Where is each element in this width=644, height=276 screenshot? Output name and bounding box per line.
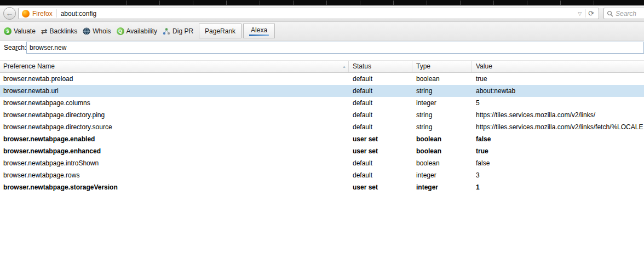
addon-valuate[interactable]: $ Valuate xyxy=(2,25,39,38)
prefs-rows: browser.newtab.preloaddefaultbooleantrue… xyxy=(0,73,644,193)
valuate-icon: $ xyxy=(4,27,12,35)
addon-backlinks[interactable]: ⇄ Backlinks xyxy=(39,25,81,38)
firefox-icon xyxy=(22,10,30,18)
cell-type: string xyxy=(412,109,472,121)
cell-name: browser.newtabpage.introShown xyxy=(0,157,349,169)
cell-name: browser.newtab.url xyxy=(0,85,349,97)
table-row[interactable]: browser.newtabpage.columnsdefaultinteger… xyxy=(0,97,644,109)
cell-type: boolean xyxy=(412,145,472,157)
cell-type: string xyxy=(412,85,472,97)
search-icon xyxy=(607,10,613,17)
identity-label: Firefox xyxy=(32,10,53,18)
cell-value: 3 xyxy=(472,169,644,181)
table-row[interactable]: browser.newtabpage.introShowndefaultbool… xyxy=(0,157,644,169)
cell-name: browser.newtabpage.storageVersion xyxy=(0,181,349,193)
table-row[interactable]: browser.newtab.urldefaultstringabout:new… xyxy=(0,85,644,97)
addon-dig-pr[interactable]: Dig PR xyxy=(161,25,197,38)
table-row[interactable]: browser.newtabpage.enhanceduser setboole… xyxy=(0,145,644,157)
addon-label: Valuate xyxy=(14,27,36,35)
addon-availability[interactable]: Q Availability xyxy=(115,25,161,38)
cell-status: default xyxy=(349,169,412,181)
column-header-label: Preference Name xyxy=(3,62,55,70)
addon-label: Availability xyxy=(127,27,157,35)
cell-value: 1 xyxy=(472,181,644,193)
column-header-label: Status xyxy=(353,62,371,70)
addon-label: Whois xyxy=(93,27,111,35)
urlbar-dropdown-icon[interactable]: ▽ xyxy=(574,11,585,16)
cell-name: browser.newtabpage.rows xyxy=(0,169,349,181)
cell-type: integer xyxy=(412,181,472,193)
cell-name: browser.newtabpage.enhanced xyxy=(0,145,349,157)
table-row[interactable]: browser.newtabpage.storageVersionuser se… xyxy=(0,181,644,193)
cell-status: default xyxy=(349,109,412,121)
column-header-status[interactable]: Status xyxy=(349,61,412,72)
cell-status: default xyxy=(349,157,412,169)
url-text: about:config xyxy=(61,10,96,18)
backlinks-icon: ⇄ xyxy=(41,27,48,35)
identity-separator xyxy=(56,9,57,18)
dig-pr-icon xyxy=(163,27,170,35)
back-arrow-icon: ← xyxy=(6,9,14,18)
cell-status: user set xyxy=(349,145,412,157)
firefox-window: ← Firefox about:config ▽ ⟳ Search $ Valu… xyxy=(0,0,644,276)
addon-pagerank[interactable]: PageRank xyxy=(199,24,242,38)
cell-status: default xyxy=(349,121,412,133)
table-row[interactable]: browser.newtabpage.directory.sourcedefau… xyxy=(0,121,644,133)
tab-separators xyxy=(126,1,613,5)
table-row[interactable]: browser.newtab.preloaddefaultbooleantrue xyxy=(0,73,644,85)
cell-type: boolean xyxy=(412,73,472,85)
cell-status: default xyxy=(349,85,412,97)
table-row[interactable]: browser.newtabpage.enableduser setboolea… xyxy=(0,133,644,145)
prefs-table-header: Preference Name ▲ Status Type Value xyxy=(0,60,644,73)
globe-icon xyxy=(83,27,90,35)
alexa-underline xyxy=(249,34,269,36)
addon-alexa[interactable]: Alexa xyxy=(243,24,275,38)
cell-name: browser.newtabpage.directory.source xyxy=(0,121,349,133)
cell-value: false xyxy=(472,157,644,169)
table-row[interactable]: browser.newtabpage.rowsdefaultinteger3 xyxy=(0,169,644,181)
availability-icon: Q xyxy=(117,27,124,35)
addon-label: Dig PR xyxy=(173,27,193,35)
browser-search-box[interactable]: Search xyxy=(603,8,644,19)
filter-label: Search: xyxy=(4,44,26,51)
sort-ascending-icon: ▲ xyxy=(342,61,346,72)
addon-whois[interactable]: Whois xyxy=(81,25,114,38)
addon-label: Backlinks xyxy=(50,27,78,35)
cell-type: integer xyxy=(412,97,472,109)
cell-name: browser.newtabpage.directory.ping xyxy=(0,109,349,121)
navigation-toolbar: ← Firefox about:config ▽ ⟳ Search xyxy=(0,5,644,22)
reload-icon[interactable]: ⟳ xyxy=(585,9,599,18)
search-placeholder: Search xyxy=(616,10,636,18)
back-button[interactable]: ← xyxy=(3,7,16,20)
cell-value: true xyxy=(472,73,644,85)
config-filter-row: Search: xyxy=(0,41,644,56)
cell-value: https://tiles.services.mozilla.com/v2/li… xyxy=(472,121,644,133)
addons-toolbar: $ Valuate ⇄ Backlinks Whois Q Availabili… xyxy=(0,22,644,41)
column-header-preference-name[interactable]: Preference Name ▲ xyxy=(0,61,349,72)
addon-label: Alexa xyxy=(251,26,267,34)
config-search-input[interactable] xyxy=(26,42,644,54)
addon-label: PageRank xyxy=(205,27,235,35)
cell-status: default xyxy=(349,97,412,109)
cell-value: true xyxy=(472,145,644,157)
cell-value: 5 xyxy=(472,97,644,109)
table-row[interactable]: browser.newtabpage.directory.pingdefault… xyxy=(0,109,644,121)
cell-type: boolean xyxy=(412,133,472,145)
cell-value: about:newtab xyxy=(472,85,644,97)
cell-status: user set xyxy=(349,181,412,193)
filter-label-part: ch: xyxy=(18,44,26,51)
cell-name: browser.newtabpage.enabled xyxy=(0,133,349,145)
tab-strip[interactable] xyxy=(0,0,644,5)
cell-status: user set xyxy=(349,133,412,145)
column-header-label: Value xyxy=(476,62,492,70)
cell-type: string xyxy=(412,121,472,133)
column-header-type[interactable]: Type xyxy=(412,61,472,72)
column-header-value[interactable]: Value xyxy=(472,61,644,72)
url-bar[interactable]: Firefox about:config ▽ ⟳ xyxy=(18,8,599,19)
cell-value: https://tiles.services.mozilla.com/v2/li… xyxy=(472,109,644,121)
urlbar-controls: ▽ ⟳ xyxy=(574,9,599,18)
filter-label-part: Sea xyxy=(4,44,15,51)
cell-name: browser.newtabpage.columns xyxy=(0,97,349,109)
cell-type: boolean xyxy=(412,157,472,169)
cell-type: integer xyxy=(412,169,472,181)
